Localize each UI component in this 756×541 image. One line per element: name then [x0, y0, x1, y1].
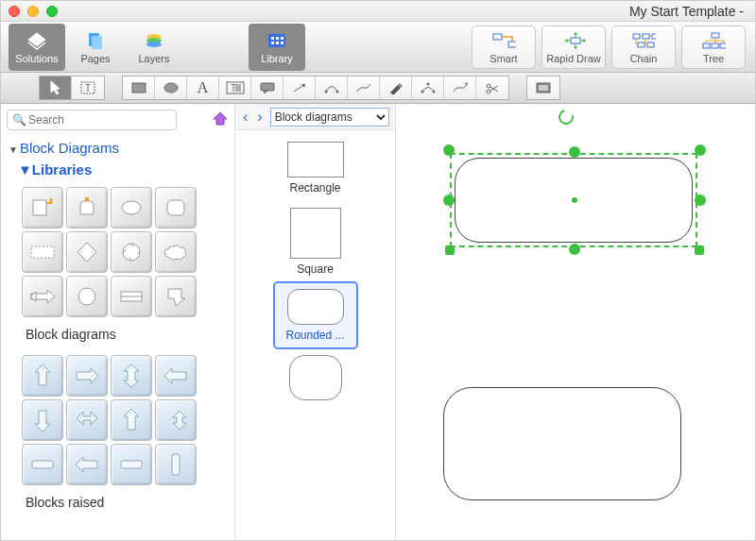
lib-thumb	[155, 231, 197, 273]
lib-thumb	[111, 399, 152, 441]
tree-root-label: Block Diagrams	[20, 140, 119, 156]
solutions-icon	[25, 30, 49, 51]
bezier-tool[interactable]	[412, 76, 444, 99]
add-point-tool[interactable]: +	[444, 76, 476, 99]
lib-thumb	[22, 399, 63, 441]
shape-rectangle-label: Rectangle	[289, 181, 340, 194]
library-blocks-raised[interactable]	[1, 351, 234, 489]
lib-thumb	[111, 187, 152, 228]
tree-button[interactable]: Tree	[681, 25, 746, 69]
textbox-tool[interactable]: T	[219, 76, 251, 99]
resize-handle-e[interactable]	[695, 194, 706, 206]
ellipse-tool[interactable]	[155, 76, 187, 99]
lib-forward-button[interactable]: ›	[255, 109, 264, 126]
resize-handle-nw[interactable]	[443, 144, 455, 156]
library-block-diagrams[interactable]	[1, 183, 234, 321]
svg-rect-27	[638, 42, 644, 47]
lib-thumb	[66, 187, 108, 228]
svg-rect-11	[276, 42, 279, 44]
canvas-shape-rounded-2[interactable]	[443, 387, 681, 500]
library-selector[interactable]: Block diagrams	[270, 108, 389, 127]
chain-icon	[631, 30, 656, 51]
lib-thumb	[111, 355, 152, 397]
svg-rect-42	[261, 83, 274, 91]
main-toolbar: Solutions Pages Layers Library Smart	[1, 22, 755, 73]
search-input[interactable]	[7, 110, 177, 130]
close-window-button[interactable]	[9, 6, 20, 17]
mode-segment: T	[39, 76, 105, 100]
svg-rect-62	[167, 200, 184, 215]
pen-tool[interactable]	[380, 76, 412, 99]
rectangle-icon	[287, 142, 344, 178]
svg-point-46	[324, 91, 327, 93]
lib-thumb	[66, 355, 108, 397]
stamp-tool[interactable]	[527, 76, 559, 99]
smart-button[interactable]: Smart	[472, 25, 536, 69]
lib-thumb	[111, 231, 152, 273]
line-tool[interactable]	[284, 76, 316, 99]
resize-handle-ne[interactable]	[695, 144, 706, 156]
svg-rect-9	[281, 37, 284, 40]
resize-handle-sw[interactable]	[445, 245, 455, 255]
shape-rounded[interactable]: Rounded ...	[275, 283, 356, 347]
svg-point-67	[78, 288, 95, 305]
chain-button[interactable]: Chain	[611, 25, 676, 69]
library-button[interactable]: Library	[249, 24, 305, 71]
arc-tool[interactable]	[316, 76, 348, 99]
shape-toolbar: T A T +	[1, 73, 755, 104]
shape-rounded-square[interactable]	[275, 349, 356, 406]
svg-rect-15	[571, 38, 580, 43]
svg-point-52	[487, 84, 490, 88]
shape-rectangle[interactable]: Rectangle	[275, 136, 356, 200]
pointer-tool[interactable]	[40, 76, 72, 99]
spline-tool[interactable]	[348, 76, 380, 99]
resize-handle-n[interactable]	[569, 146, 580, 158]
resize-handle-w[interactable]	[443, 194, 455, 206]
scissors-tool[interactable]	[476, 76, 508, 99]
chain-label: Chain	[630, 53, 658, 64]
rapid-draw-button[interactable]: Rapid Draw	[541, 25, 606, 69]
layers-button[interactable]: Layers	[126, 24, 182, 71]
svg-point-47	[335, 91, 338, 93]
text-tool[interactable]: A	[187, 76, 219, 99]
shape-square[interactable]: Square	[275, 202, 356, 281]
lib-thumb	[66, 444, 108, 485]
svg-rect-30	[703, 43, 710, 48]
shapes-segment: A T +	[122, 76, 509, 100]
callout-tool[interactable]	[251, 76, 284, 99]
svg-point-5	[146, 42, 162, 47]
center-handle[interactable]	[572, 197, 577, 203]
canvas[interactable]	[396, 104, 755, 541]
shape-square-label: Square	[297, 262, 334, 276]
rotate-handle[interactable]	[556, 107, 576, 127]
svg-marker-64	[77, 243, 96, 262]
svg-rect-24	[633, 34, 640, 39]
disclosure-icon: ▼	[9, 144, 18, 155]
svg-rect-26	[652, 34, 656, 39]
svg-text:T: T	[85, 83, 91, 93]
window-title: My Start Template -	[58, 4, 747, 19]
library-icon	[265, 30, 289, 51]
minimize-window-button[interactable]	[27, 6, 39, 17]
svg-rect-13	[493, 34, 502, 40]
resize-handle-se[interactable]	[695, 245, 704, 255]
lib-thumb	[22, 276, 63, 317]
rect-tool[interactable]	[123, 76, 155, 99]
lib-thumb	[22, 231, 63, 273]
pages-button[interactable]: Pages	[67, 24, 124, 71]
search-icon: 🔍	[12, 113, 26, 127]
tree-libraries-label: Libraries	[32, 161, 92, 178]
tree-libraries[interactable]: ▼Libraries	[1, 158, 234, 183]
svg-marker-22	[565, 39, 568, 42]
tree-root[interactable]: ▼Block Diagrams	[1, 132, 234, 158]
home-icon[interactable]	[212, 110, 229, 130]
svg-rect-28	[647, 42, 654, 47]
svg-rect-71	[32, 461, 53, 468]
svg-line-55	[490, 86, 498, 91]
resize-handle-s[interactable]	[569, 244, 580, 255]
text-area-tool[interactable]: T	[72, 76, 104, 99]
solutions-button[interactable]: Solutions	[9, 24, 65, 71]
zoom-window-button[interactable]	[46, 6, 58, 17]
lib-back-button[interactable]: ‹	[241, 109, 249, 126]
lib-thumb	[66, 231, 108, 273]
